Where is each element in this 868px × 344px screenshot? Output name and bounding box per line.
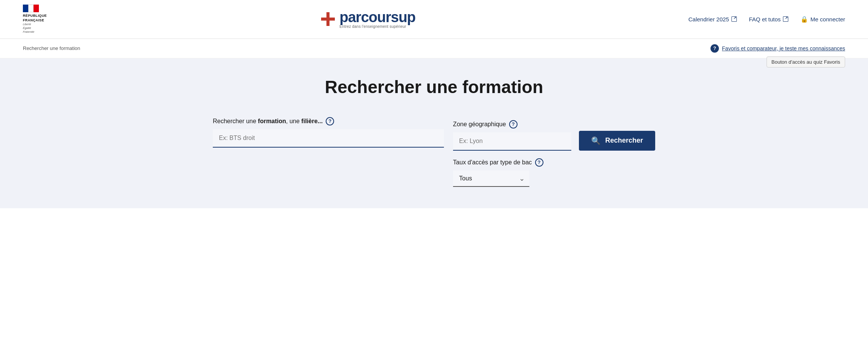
header-navigation: Calendrier 2025 FAQ et tutos 🔒 Me connec…: [688, 16, 845, 23]
breadcrumb: Rechercher une formation: [23, 45, 80, 51]
bac-label-text: Taux d'accès par type de bac: [453, 159, 532, 166]
geo-label: Zone géographique ?: [453, 120, 571, 129]
french-flag: [23, 5, 39, 12]
formation-label-pre: Rechercher une formation, une filière...: [213, 118, 323, 125]
calendrier-link[interactable]: Calendrier 2025: [688, 16, 737, 23]
connecter-label: Me connecter: [810, 16, 845, 23]
parcoursup-logo-section[interactable]: parcoursup Entrez dans l'enseignement su…: [320, 10, 415, 29]
formation-input[interactable]: [213, 129, 444, 148]
svg-rect-1: [321, 18, 335, 21]
formation-help-icon[interactable]: ?: [326, 117, 334, 125]
external-link-icon: [731, 16, 737, 22]
republic-logo: RÉPUBLIQUE FRANÇAISE Liberté Égalité Fra…: [23, 5, 47, 34]
search-button-label: Rechercher: [605, 137, 643, 145]
right-fields-section: Zone géographique ? 🔍 Rechercher Taux d'…: [453, 117, 655, 187]
logo-text: parcoursup Entrez dans l'enseignement su…: [339, 10, 415, 29]
republic-logo-section: RÉPUBLIQUE FRANÇAISE Liberté Égalité Fra…: [23, 5, 47, 34]
geo-field-group: Zone géographique ?: [453, 120, 571, 151]
flag-white: [28, 5, 34, 12]
geo-help-icon[interactable]: ?: [509, 120, 518, 129]
formation-bold: formation: [258, 118, 286, 124]
republic-text: RÉPUBLIQUE FRANÇAISE: [23, 14, 47, 23]
formation-field-group: Rechercher une formation, une filière...…: [213, 117, 444, 148]
flag-red: [34, 5, 39, 12]
flag-blue: [23, 5, 28, 12]
breadcrumb-bar: Rechercher une formation ? Favoris et co…: [0, 39, 868, 58]
bac-help-icon[interactable]: ?: [535, 158, 543, 167]
search-title: Rechercher une formation: [23, 77, 845, 97]
bac-type-group: Taux d'accès par type de bac ? Tous Bac …: [453, 158, 655, 187]
me-connecter-button[interactable]: 🔒 Me connecter: [800, 16, 845, 23]
search-fields-container: Rechercher une formation, une filière...…: [213, 117, 655, 187]
favoris-link-text: Favoris et comparateur, je teste mes con…: [722, 45, 845, 51]
logo-svg: [320, 11, 336, 27]
favoris-link[interactable]: ? Favoris et comparateur, je teste mes c…: [710, 44, 845, 53]
bac-select-wrapper: Tous Bac général Bac technologique Bac p…: [453, 170, 529, 187]
faq-label: FAQ et tutos: [749, 16, 781, 23]
search-button-icon: 🔍: [591, 136, 601, 145]
favoris-section: ? Favoris et comparateur, je teste mes c…: [710, 44, 845, 53]
quiz-badge: ?: [710, 44, 719, 53]
external-link-icon-faq: [783, 16, 788, 22]
site-header: RÉPUBLIQUE FRANÇAISE Liberté Égalité Fra…: [0, 0, 868, 39]
calendrier-label: Calendrier 2025: [688, 16, 729, 23]
tooltip-favoris: Bouton d'accès au quiz Favoris: [767, 56, 845, 68]
formation-label: Rechercher une formation, une filière...…: [213, 117, 444, 125]
logo-tagline: Entrez dans l'enseignement supérieur: [339, 24, 415, 29]
geo-input[interactable]: [453, 132, 571, 151]
republic-subtitle: Liberté Égalité Fraternité: [23, 23, 34, 34]
bac-label-row: Taux d'accès par type de bac ?: [453, 158, 655, 167]
geo-label-text: Zone géographique: [453, 121, 506, 128]
parcoursup-logo[interactable]: parcoursup Entrez dans l'enseignement su…: [320, 10, 415, 29]
lock-icon: 🔒: [800, 16, 808, 23]
bac-type-select[interactable]: Tous Bac général Bac technologique Bac p…: [453, 170, 529, 187]
logo-brand-text: parcoursup: [339, 10, 415, 24]
faq-link[interactable]: FAQ et tutos: [749, 16, 788, 23]
geo-button-row: Zone géographique ? 🔍 Rechercher: [453, 117, 655, 151]
logo-cross-icon: [320, 11, 336, 27]
filiere-bold: filière...: [301, 118, 323, 124]
search-button[interactable]: 🔍 Rechercher: [579, 131, 655, 151]
main-search-section: Rechercher une formation Rechercher une …: [0, 58, 868, 208]
